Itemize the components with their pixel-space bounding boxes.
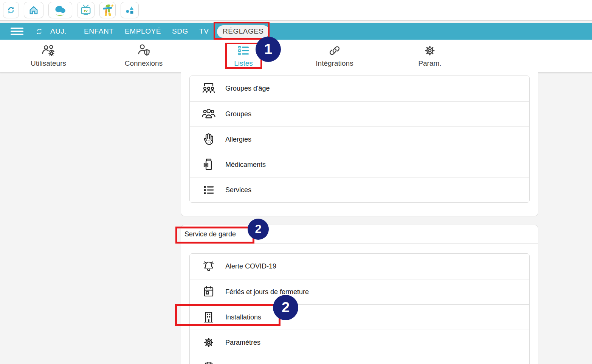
inukshuk-logo-button[interactable]	[99, 2, 116, 18]
list-item-feries[interactable]: Fériés et jours de fermeture	[190, 279, 529, 304]
svg-text:tv: tv	[84, 8, 88, 12]
sync-button[interactable]	[3, 2, 19, 18]
hamburger-menu-icon[interactable]	[11, 28, 23, 35]
home-icon	[28, 4, 40, 16]
shapes-icon	[124, 5, 135, 16]
list-item-label: Groupes	[225, 110, 251, 118]
sync-icon	[5, 5, 17, 16]
list-icon	[236, 43, 251, 59]
tab-listes[interactable]: Listes	[206, 43, 281, 71]
age-groups-icon	[201, 81, 216, 96]
tab-utilisateurs[interactable]: Utilisateurs	[11, 43, 86, 71]
service-de-garde-card: Service de garde Alerte COVID-19	[181, 225, 538, 364]
list-item-installations[interactable]: Installations	[190, 304, 529, 330]
settings-tabbar: Utilisateurs Connexions	[0, 40, 592, 72]
list-item-label: Alerte COVID-19	[225, 262, 276, 270]
list-item-groupes[interactable]: Groupes	[190, 101, 529, 126]
tab-connexions[interactable]: Connexions	[106, 43, 181, 71]
tv-button[interactable]: tv	[77, 2, 95, 18]
butterfly-logo-button[interactable]	[48, 2, 72, 18]
inukshuk-logo-icon	[101, 3, 114, 17]
tab-label: Param.	[418, 59, 441, 68]
tab-label: Utilisateurs	[31, 59, 66, 68]
gear-icon	[422, 43, 438, 59]
list-item-label: Groupes d'âge	[225, 85, 270, 93]
calendar-icon	[201, 284, 216, 299]
list-item-partial[interactable]	[190, 355, 529, 364]
gear-icon	[201, 335, 216, 350]
list-item-alerte-covid[interactable]: Alerte COVID-19	[190, 254, 529, 279]
refresh-icon[interactable]	[34, 23, 44, 40]
list-item-allergies[interactable]: Allergies	[190, 126, 529, 152]
link-icon	[327, 43, 342, 59]
main-navbar: AUJ. ENFANT EMPLOYÉ SDG TV RÉGLAGES	[0, 23, 592, 40]
tab-label: Connexions	[125, 59, 163, 68]
list-icon	[201, 182, 216, 197]
nav-item-reglages[interactable]: RÉGLAGES	[217, 23, 270, 40]
lists-group-general: Groupes d'âge Groupes	[189, 76, 530, 203]
butterfly-logo-icon	[53, 3, 68, 17]
lists-group-service-de-garde: Alerte COVID-19 Fériés et jours de ferme…	[189, 253, 530, 364]
app-root: tv	[0, 0, 592, 364]
list-item-services[interactable]: Services	[190, 177, 529, 202]
list-item-label: Allergies	[225, 136, 251, 143]
nav-item-sdg[interactable]: SDG	[172, 23, 188, 40]
nav-item-auj[interactable]: AUJ.	[50, 23, 67, 40]
list-item-medicaments[interactable]: Médicaments	[190, 152, 529, 177]
list-item-groupes-dage[interactable]: Groupes d'âge	[190, 76, 529, 101]
list-item-label: Installations	[225, 313, 261, 321]
lists-card: Groupes d'âge Groupes	[181, 72, 538, 216]
shapes-logo-button[interactable]	[121, 2, 139, 18]
nav-item-enfant[interactable]: ENFANT	[84, 23, 114, 40]
tab-param[interactable]: Param.	[392, 43, 468, 71]
nav-item-tv[interactable]: TV	[199, 23, 209, 40]
top-toolbar: tv	[0, 0, 592, 21]
tab-label: Listes	[234, 59, 253, 68]
list-item-label: Médicaments	[225, 161, 266, 169]
groups-icon	[201, 106, 216, 122]
bell-alert-icon	[201, 259, 216, 274]
list-item-parametres[interactable]: Paramètres	[190, 330, 529, 355]
building-icon	[201, 310, 216, 325]
tv-icon: tv	[79, 3, 92, 17]
nav-item-employe[interactable]: EMPLOYÉ	[125, 23, 161, 40]
clipboard-icon	[201, 360, 216, 364]
list-item-label: Fériés et jours de fermeture	[225, 288, 309, 296]
medicine-bottle-icon	[201, 157, 216, 172]
tab-integrations[interactable]: Intégrations	[297, 43, 372, 71]
users-gear-icon	[40, 43, 56, 59]
list-item-label: Paramètres	[225, 339, 260, 347]
home-button[interactable]	[24, 2, 43, 18]
user-shield-icon	[136, 43, 152, 59]
list-item-label: Services	[225, 186, 251, 194]
hand-allergy-icon	[201, 132, 216, 147]
card-title: Service de garde	[181, 225, 538, 244]
tab-label: Intégrations	[316, 59, 353, 68]
reglages-active-pill[interactable]: RÉGLAGES	[217, 25, 270, 38]
